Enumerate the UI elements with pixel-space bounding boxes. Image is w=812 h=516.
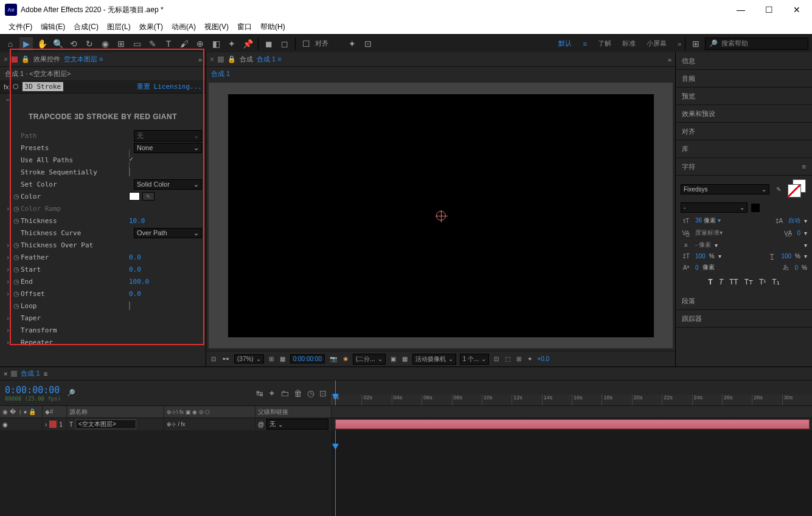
eyedropper-icon[interactable]: ✎ xyxy=(773,186,784,193)
menu-edit[interactable]: 编辑(E) xyxy=(37,21,69,33)
panel-tracker[interactable]: 跟踪器 xyxy=(676,310,812,328)
prop-thickcurve-value[interactable]: Over Path⌄ xyxy=(134,228,202,238)
font-size-value[interactable]: 36 像素 ▾ xyxy=(695,216,721,225)
layer-switches[interactable]: ⊕⊹ / fx xyxy=(164,418,255,430)
kerning-value[interactable]: 0 xyxy=(797,230,800,236)
eraser-tool[interactable]: ◧ xyxy=(209,37,223,50)
composition-viewer[interactable] xyxy=(209,83,673,348)
effect-controls-tab[interactable]: × 🔒 效果控件 空文本图层 ≡ » xyxy=(0,52,206,67)
reset-link[interactable]: 重置 xyxy=(137,82,150,91)
comp-name[interactable]: 合成 1 ≡ xyxy=(257,55,282,64)
panel-audio[interactable]: 音频 xyxy=(676,70,812,88)
baseline-value[interactable]: 0 xyxy=(695,264,699,271)
panel-effects[interactable]: 效果和预设 xyxy=(676,105,812,123)
effect-name[interactable]: 3D Stroke xyxy=(23,82,64,91)
tl-icon[interactable]: ⊡ xyxy=(319,388,327,398)
pen-tool[interactable]: ✎ xyxy=(146,37,159,50)
tl-icon[interactable]: 🗀 xyxy=(280,388,289,398)
maximize-button[interactable]: ☐ xyxy=(755,1,783,19)
eyedropper-icon[interactable]: ➴ xyxy=(142,192,154,201)
prop-taper-label[interactable]: Taper xyxy=(21,314,202,322)
prop-offset-value[interactable]: 0.0 xyxy=(129,290,202,298)
camera-tool[interactable]: ◉ xyxy=(99,37,112,50)
tl-icon[interactable]: ↹ xyxy=(256,388,263,398)
tab-overflow-icon[interactable]: » xyxy=(198,56,202,63)
composition-tab[interactable]: × 🔒 合成 合成 1 ≡ » xyxy=(206,52,675,67)
zoom-dropdown[interactable]: (37%) ⌄ xyxy=(234,354,264,363)
menu-anim[interactable]: 动画(A) xyxy=(168,21,200,33)
menu-layer[interactable]: 图层(L) xyxy=(103,21,134,33)
collapse-icon[interactable]: ⌄ xyxy=(5,95,10,102)
brush-tool[interactable]: 🖌 xyxy=(178,37,191,50)
layer-row[interactable]: ◉ ›1 T<空文本图层> ⊕⊹ / fx @无⌄ xyxy=(0,418,812,430)
timeline-tab[interactable]: × 合成 1 ≡ xyxy=(0,367,812,380)
close-tab-icon[interactable]: × xyxy=(4,55,8,64)
minimize-button[interactable]: — xyxy=(727,1,755,19)
rotate-tool[interactable]: ↻ xyxy=(83,37,96,50)
prop-path-value[interactable]: 无⌄ xyxy=(134,130,202,142)
stroke-swatch[interactable] xyxy=(751,204,760,212)
playhead[interactable] xyxy=(335,380,336,405)
tl-icon[interactable]: ✦ xyxy=(268,388,276,398)
home-tool[interactable]: ⌂ xyxy=(4,37,17,50)
panel-align[interactable]: 对齐 xyxy=(676,123,812,140)
camera-dropdown[interactable]: 活动摄像机 ⌄ xyxy=(412,354,456,365)
prop-useallpaths-checkbox[interactable] xyxy=(129,150,202,170)
menu-window[interactable]: 窗口 xyxy=(234,21,255,33)
layer-visibility-icon[interactable]: ◉ xyxy=(0,418,43,430)
leading-value[interactable]: 自动 xyxy=(788,216,800,225)
panel-menu-icon[interactable]: ≡ xyxy=(802,163,806,170)
roto-tool[interactable]: ✦ xyxy=(225,37,238,50)
panel-character[interactable]: 字符≡ xyxy=(676,158,812,176)
licensing-link[interactable]: Licensing... xyxy=(154,83,202,91)
menu-help[interactable]: 帮助(H) xyxy=(257,21,289,33)
prop-end-value[interactable]: 100.0 xyxy=(129,278,202,286)
vscale-value[interactable]: 100 xyxy=(695,253,706,260)
tracking-dropdown[interactable]: 度量标准▾ xyxy=(695,229,723,237)
timecode[interactable]: 0:00:00:00 xyxy=(5,385,61,396)
prop-setcolor-value[interactable]: Solid Color⌄ xyxy=(134,179,202,190)
snapshot-icon[interactable]: 📷 xyxy=(328,356,338,362)
menu-effect[interactable]: 效果(T) xyxy=(136,21,167,33)
zoom-tool[interactable]: 🔍 xyxy=(51,37,64,50)
bold-button[interactable]: T xyxy=(708,278,712,286)
allcaps-button[interactable]: TT xyxy=(729,278,738,286)
hand-tool[interactable]: ✋ xyxy=(35,37,49,50)
panel-library[interactable]: 库 xyxy=(676,140,812,158)
time-ruler[interactable]: 0s02s04s06s08s10s12s14s16s18s20s22s24s26… xyxy=(331,394,812,405)
tsume-value[interactable]: 0 xyxy=(795,264,799,271)
selection-tool[interactable]: ▶ xyxy=(19,37,33,50)
stamp-tool[interactable]: ⊕ xyxy=(193,37,207,50)
tl-icon[interactable]: ◷ xyxy=(307,388,314,398)
font-style-dropdown[interactable]: -⌄ xyxy=(681,202,748,213)
twirl-icon[interactable]: › xyxy=(45,421,47,428)
timeline-search[interactable]: 🔎 xyxy=(67,389,250,397)
layer-duration-bar[interactable] xyxy=(335,419,810,429)
anchor-point-icon[interactable] xyxy=(436,211,446,221)
transparency-icon[interactable]: ▦ xyxy=(401,356,409,362)
type-tool[interactable]: T xyxy=(162,37,175,50)
lock-icon[interactable]: 🔒 xyxy=(21,55,30,63)
font-family-dropdown[interactable]: Fixedsys⌄ xyxy=(681,184,769,194)
menu-view[interactable]: 视图(V) xyxy=(201,21,232,33)
fill-button[interactable]: ◼ xyxy=(262,37,276,50)
panel-preview[interactable]: 预览 xyxy=(676,88,812,105)
color-swatches[interactable] xyxy=(788,179,807,199)
workspace-default[interactable]: 默认 xyxy=(558,39,572,48)
smallcaps-button[interactable]: Tᴛ xyxy=(744,278,753,286)
prop-feather-value[interactable]: 0.0 xyxy=(129,253,202,261)
mocha-tool[interactable]: ✦ xyxy=(345,37,359,50)
puppet-tool[interactable]: 📌 xyxy=(241,37,254,50)
prop-start-value[interactable]: 0.0 xyxy=(129,266,202,273)
prop-repeater-label[interactable]: Repeater xyxy=(21,339,202,346)
3d-icon[interactable]: 👓 xyxy=(221,356,231,362)
prop-strokeseq-checkbox[interactable] xyxy=(129,168,130,176)
fx-enable-icon[interactable]: fx xyxy=(4,83,9,91)
superscript-button[interactable]: T¹ xyxy=(759,278,766,286)
baseline-dropdown[interactable]: - 像素 xyxy=(695,241,711,249)
italic-button[interactable]: T xyxy=(719,278,723,286)
orbit-tool[interactable]: ⟲ xyxy=(67,37,80,50)
tab-layer-name[interactable]: 空文本图层 ≡ xyxy=(64,55,103,64)
effect-header[interactable]: fx ⬡ 3D Stroke 重置 Licensing... xyxy=(0,80,206,94)
workspace-small[interactable]: 小屏幕 xyxy=(647,39,667,48)
